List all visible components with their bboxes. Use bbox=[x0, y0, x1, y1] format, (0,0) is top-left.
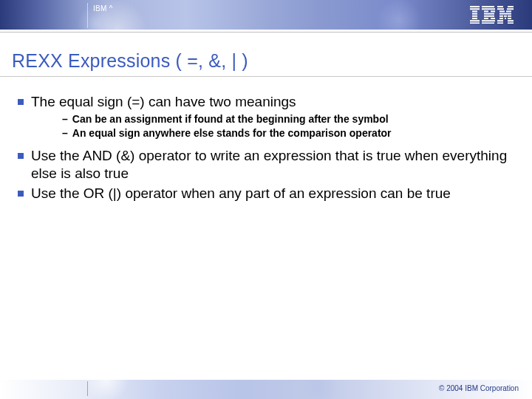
header-label: IBM ^ bbox=[93, 4, 113, 13]
svg-rect-16 bbox=[482, 20, 495, 21]
sub-text: An equal sign anywhere else stands for t… bbox=[72, 127, 392, 140]
svg-rect-7 bbox=[470, 22, 480, 24]
slide-title: REXX Expressions ( =, &, | ) bbox=[0, 33, 532, 76]
footer-band: © 2004 IBM Corporation bbox=[0, 380, 532, 399]
svg-rect-19 bbox=[508, 6, 514, 7]
svg-rect-27 bbox=[508, 16, 511, 17]
svg-rect-4 bbox=[472, 16, 477, 17]
copyright-text: © 2004 IBM Corporation bbox=[439, 384, 519, 392]
svg-rect-26 bbox=[504, 16, 507, 17]
svg-rect-10 bbox=[484, 10, 488, 12]
svg-rect-31 bbox=[497, 20, 503, 21]
bullet-text: Use the AND (&) operator to write an exp… bbox=[31, 147, 517, 181]
svg-rect-5 bbox=[472, 18, 477, 19]
svg-rect-23 bbox=[506, 10, 511, 12]
square-bullet-icon bbox=[18, 99, 24, 105]
content-area: The equal sign (=) can have two meanings… bbox=[0, 77, 532, 202]
svg-rect-8 bbox=[482, 6, 494, 7]
ibm-logo bbox=[470, 6, 514, 24]
bullet-text: The equal sign (=) can have two meanings bbox=[31, 93, 517, 110]
square-bullet-icon bbox=[18, 153, 24, 159]
svg-rect-28 bbox=[499, 18, 503, 19]
svg-rect-22 bbox=[499, 10, 505, 12]
bullet-item: Use the AND (&) operator to write an exp… bbox=[18, 147, 517, 181]
svg-rect-0 bbox=[470, 6, 480, 7]
svg-rect-20 bbox=[497, 8, 504, 10]
bullet-item: Use the OR (|) operator when any part of… bbox=[18, 185, 517, 202]
bullet-text: Use the OR (|) operator when any part of… bbox=[31, 185, 517, 202]
svg-rect-13 bbox=[484, 16, 494, 17]
sub-item: – An equal sign anywhere else stands for… bbox=[62, 127, 517, 140]
svg-rect-9 bbox=[482, 8, 495, 10]
sub-item: – Can be an assignment if found at the b… bbox=[62, 113, 517, 126]
svg-rect-2 bbox=[472, 10, 477, 12]
header-divider bbox=[87, 3, 88, 28]
square-bullet-icon bbox=[18, 191, 24, 197]
svg-rect-1 bbox=[470, 8, 480, 10]
svg-rect-17 bbox=[482, 22, 494, 24]
svg-rect-14 bbox=[484, 18, 488, 19]
header-band: IBM ^ bbox=[0, 0, 532, 30]
svg-rect-11 bbox=[491, 10, 495, 12]
svg-rect-24 bbox=[499, 13, 511, 15]
svg-rect-29 bbox=[505, 18, 506, 19]
bullet-item: The equal sign (=) can have two meanings bbox=[18, 93, 517, 110]
svg-rect-12 bbox=[484, 13, 494, 15]
svg-rect-6 bbox=[470, 20, 480, 21]
svg-rect-30 bbox=[508, 18, 511, 19]
dash-icon: – bbox=[62, 113, 68, 126]
svg-rect-32 bbox=[508, 20, 514, 21]
dash-icon: – bbox=[62, 127, 68, 140]
svg-rect-25 bbox=[499, 16, 503, 17]
svg-rect-34 bbox=[508, 22, 514, 24]
footer-divider bbox=[87, 381, 88, 396]
svg-rect-15 bbox=[491, 18, 495, 19]
sub-text: Can be an assignment if found at the beg… bbox=[72, 113, 389, 126]
svg-rect-3 bbox=[472, 13, 477, 15]
svg-rect-33 bbox=[497, 22, 503, 24]
svg-rect-21 bbox=[507, 8, 514, 10]
svg-rect-18 bbox=[497, 6, 503, 7]
sub-list: – Can be an assignment if found at the b… bbox=[62, 113, 517, 140]
